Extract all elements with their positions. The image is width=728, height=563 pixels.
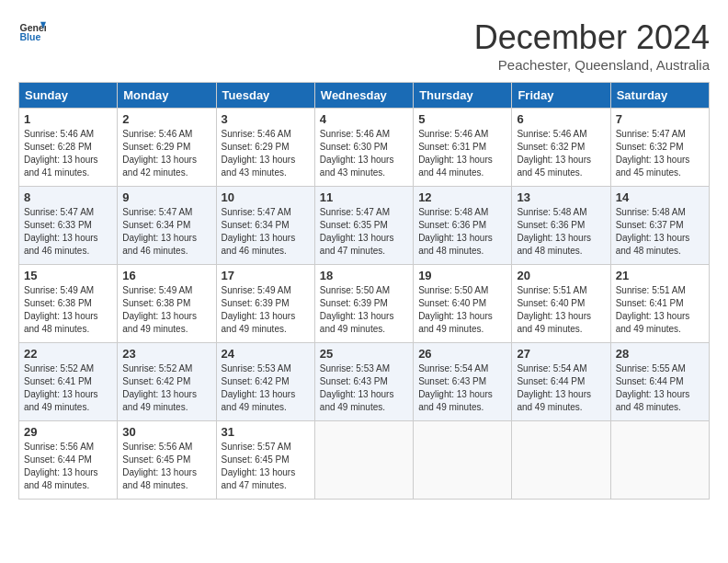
calendar-day-cell: 14Sunrise: 5:48 AMSunset: 6:37 PMDayligh… bbox=[610, 187, 709, 265]
calendar-day-cell: 15Sunrise: 5:49 AMSunset: 6:38 PMDayligh… bbox=[19, 265, 118, 343]
day-info: Sunrise: 5:54 AMSunset: 6:43 PMDaylight:… bbox=[418, 362, 506, 414]
day-number: 16 bbox=[122, 269, 210, 282]
calendar-week-row: 8Sunrise: 5:47 AMSunset: 6:33 PMDaylight… bbox=[19, 187, 710, 265]
title-block: December 2024 Peachester, Queensland, Au… bbox=[474, 18, 710, 73]
day-info: Sunrise: 5:51 AMSunset: 6:41 PMDaylight:… bbox=[616, 284, 704, 336]
day-info: Sunrise: 5:54 AMSunset: 6:44 PMDaylight:… bbox=[517, 362, 605, 414]
logo-icon: General Blue bbox=[18, 18, 46, 46]
day-info: Sunrise: 5:46 AMSunset: 6:28 PMDaylight:… bbox=[24, 128, 112, 179]
calendar-day-cell: 10Sunrise: 5:47 AMSunset: 6:34 PMDayligh… bbox=[216, 187, 314, 265]
day-number: 18 bbox=[320, 269, 408, 282]
day-info: Sunrise: 5:49 AMSunset: 6:38 PMDaylight:… bbox=[24, 284, 112, 336]
calendar-day-cell bbox=[414, 421, 512, 500]
day-number: 11 bbox=[320, 190, 408, 204]
day-number: 10 bbox=[222, 190, 310, 204]
calendar-day-cell: 8Sunrise: 5:47 AMSunset: 6:33 PMDaylight… bbox=[19, 187, 118, 265]
calendar-week-row: 22Sunrise: 5:52 AMSunset: 6:41 PMDayligh… bbox=[19, 343, 710, 421]
day-number: 14 bbox=[616, 190, 704, 204]
day-number: 13 bbox=[517, 190, 605, 204]
day-info: Sunrise: 5:52 AMSunset: 6:42 PMDaylight:… bbox=[122, 362, 210, 414]
calendar-week-row: 29Sunrise: 5:56 AMSunset: 6:44 PMDayligh… bbox=[19, 421, 710, 500]
calendar-day-cell: 9Sunrise: 5:47 AMSunset: 6:34 PMDaylight… bbox=[118, 187, 216, 265]
calendar-day-cell: 7Sunrise: 5:47 AMSunset: 6:32 PMDaylight… bbox=[610, 109, 709, 187]
day-number: 19 bbox=[418, 269, 506, 282]
calendar-day-cell: 21Sunrise: 5:51 AMSunset: 6:41 PMDayligh… bbox=[610, 265, 709, 343]
day-number: 26 bbox=[418, 347, 506, 361]
day-info: Sunrise: 5:48 AMSunset: 6:36 PMDaylight:… bbox=[418, 206, 506, 258]
day-info: Sunrise: 5:48 AMSunset: 6:37 PMDaylight:… bbox=[616, 206, 704, 258]
day-info: Sunrise: 5:53 AMSunset: 6:43 PMDaylight:… bbox=[320, 362, 408, 414]
day-info: Sunrise: 5:53 AMSunset: 6:42 PMDaylight:… bbox=[222, 362, 310, 414]
calendar-day-cell: 19Sunrise: 5:50 AMSunset: 6:40 PMDayligh… bbox=[414, 265, 512, 343]
day-info: Sunrise: 5:57 AMSunset: 6:45 PMDaylight:… bbox=[222, 441, 310, 492]
day-info: Sunrise: 5:47 AMSunset: 6:32 PMDaylight:… bbox=[616, 128, 704, 179]
day-info: Sunrise: 5:47 AMSunset: 6:35 PMDaylight:… bbox=[320, 206, 408, 258]
calendar-day-cell: 20Sunrise: 5:51 AMSunset: 6:40 PMDayligh… bbox=[512, 265, 610, 343]
calendar-week-row: 1Sunrise: 5:46 AMSunset: 6:28 PMDaylight… bbox=[19, 109, 710, 187]
day-info: Sunrise: 5:47 AMSunset: 6:34 PMDaylight:… bbox=[222, 206, 310, 258]
calendar-day-cell: 1Sunrise: 5:46 AMSunset: 6:28 PMDaylight… bbox=[19, 109, 118, 187]
day-info: Sunrise: 5:50 AMSunset: 6:40 PMDaylight:… bbox=[418, 284, 506, 336]
day-number: 31 bbox=[222, 425, 310, 439]
calendar-day-cell: 18Sunrise: 5:50 AMSunset: 6:39 PMDayligh… bbox=[314, 265, 413, 343]
calendar-day-cell: 25Sunrise: 5:53 AMSunset: 6:43 PMDayligh… bbox=[314, 343, 413, 421]
day-number: 29 bbox=[24, 425, 112, 439]
day-number: 1 bbox=[24, 112, 112, 126]
day-number: 3 bbox=[222, 112, 310, 126]
day-number: 7 bbox=[616, 112, 704, 126]
calendar-day-cell: 22Sunrise: 5:52 AMSunset: 6:41 PMDayligh… bbox=[19, 343, 118, 421]
day-info: Sunrise: 5:47 AMSunset: 6:33 PMDaylight:… bbox=[24, 206, 112, 258]
logo: General Blue bbox=[18, 18, 46, 46]
month-title: December 2024 bbox=[474, 18, 710, 57]
calendar-day-cell: 3Sunrise: 5:46 AMSunset: 6:29 PMDaylight… bbox=[216, 109, 314, 187]
calendar-day-cell: 17Sunrise: 5:49 AMSunset: 6:39 PMDayligh… bbox=[216, 265, 314, 343]
svg-text:Blue: Blue bbox=[20, 31, 41, 42]
calendar-day-cell: 29Sunrise: 5:56 AMSunset: 6:44 PMDayligh… bbox=[19, 421, 118, 500]
weekday-header-cell: Saturday bbox=[610, 83, 709, 109]
day-info: Sunrise: 5:50 AMSunset: 6:39 PMDaylight:… bbox=[320, 284, 408, 336]
day-info: Sunrise: 5:56 AMSunset: 6:44 PMDaylight:… bbox=[24, 441, 112, 492]
calendar-day-cell: 23Sunrise: 5:52 AMSunset: 6:42 PMDayligh… bbox=[118, 343, 216, 421]
calendar-table: SundayMondayTuesdayWednesdayThursdayFrid… bbox=[18, 82, 710, 500]
weekday-header-cell: Thursday bbox=[414, 83, 512, 109]
weekday-header-cell: Wednesday bbox=[314, 83, 413, 109]
day-info: Sunrise: 5:46 AMSunset: 6:29 PMDaylight:… bbox=[122, 128, 210, 179]
calendar-day-cell: 28Sunrise: 5:55 AMSunset: 6:44 PMDayligh… bbox=[610, 343, 709, 421]
day-number: 23 bbox=[122, 347, 210, 361]
calendar-day-cell: 12Sunrise: 5:48 AMSunset: 6:36 PMDayligh… bbox=[414, 187, 512, 265]
calendar-day-cell: 30Sunrise: 5:56 AMSunset: 6:45 PMDayligh… bbox=[118, 421, 216, 500]
calendar-day-cell: 24Sunrise: 5:53 AMSunset: 6:42 PMDayligh… bbox=[216, 343, 314, 421]
calendar-day-cell: 27Sunrise: 5:54 AMSunset: 6:44 PMDayligh… bbox=[512, 343, 610, 421]
day-info: Sunrise: 5:52 AMSunset: 6:41 PMDaylight:… bbox=[24, 362, 112, 414]
calendar-day-cell: 11Sunrise: 5:47 AMSunset: 6:35 PMDayligh… bbox=[314, 187, 413, 265]
day-info: Sunrise: 5:49 AMSunset: 6:38 PMDaylight:… bbox=[122, 284, 210, 336]
calendar-day-cell: 31Sunrise: 5:57 AMSunset: 6:45 PMDayligh… bbox=[216, 421, 314, 500]
day-info: Sunrise: 5:46 AMSunset: 6:30 PMDaylight:… bbox=[320, 128, 408, 179]
calendar-day-cell: 4Sunrise: 5:46 AMSunset: 6:30 PMDaylight… bbox=[314, 109, 413, 187]
calendar-day-cell bbox=[512, 421, 610, 500]
calendar-day-cell: 5Sunrise: 5:46 AMSunset: 6:31 PMDaylight… bbox=[414, 109, 512, 187]
day-number: 9 bbox=[122, 190, 210, 204]
day-number: 28 bbox=[616, 347, 704, 361]
day-number: 21 bbox=[616, 269, 704, 282]
weekday-header-cell: Friday bbox=[512, 83, 610, 109]
calendar-body: 1Sunrise: 5:46 AMSunset: 6:28 PMDaylight… bbox=[19, 109, 710, 500]
day-number: 20 bbox=[517, 269, 605, 282]
day-number: 25 bbox=[320, 347, 408, 361]
weekday-header-cell: Tuesday bbox=[216, 83, 314, 109]
calendar-day-cell: 13Sunrise: 5:48 AMSunset: 6:36 PMDayligh… bbox=[512, 187, 610, 265]
day-info: Sunrise: 5:49 AMSunset: 6:39 PMDaylight:… bbox=[222, 284, 310, 336]
day-number: 5 bbox=[418, 112, 506, 126]
day-info: Sunrise: 5:46 AMSunset: 6:29 PMDaylight:… bbox=[222, 128, 310, 179]
location: Peachester, Queensland, Australia bbox=[474, 57, 710, 73]
day-info: Sunrise: 5:46 AMSunset: 6:31 PMDaylight:… bbox=[418, 128, 506, 179]
calendar-day-cell: 2Sunrise: 5:46 AMSunset: 6:29 PMDaylight… bbox=[118, 109, 216, 187]
calendar-day-cell bbox=[610, 421, 709, 500]
weekday-header-cell: Sunday bbox=[19, 83, 118, 109]
calendar-day-cell: 26Sunrise: 5:54 AMSunset: 6:43 PMDayligh… bbox=[414, 343, 512, 421]
day-info: Sunrise: 5:51 AMSunset: 6:40 PMDaylight:… bbox=[517, 284, 605, 336]
day-info: Sunrise: 5:56 AMSunset: 6:45 PMDaylight:… bbox=[122, 441, 210, 492]
day-number: 2 bbox=[122, 112, 210, 126]
day-info: Sunrise: 5:48 AMSunset: 6:36 PMDaylight:… bbox=[517, 206, 605, 258]
day-number: 22 bbox=[24, 347, 112, 361]
